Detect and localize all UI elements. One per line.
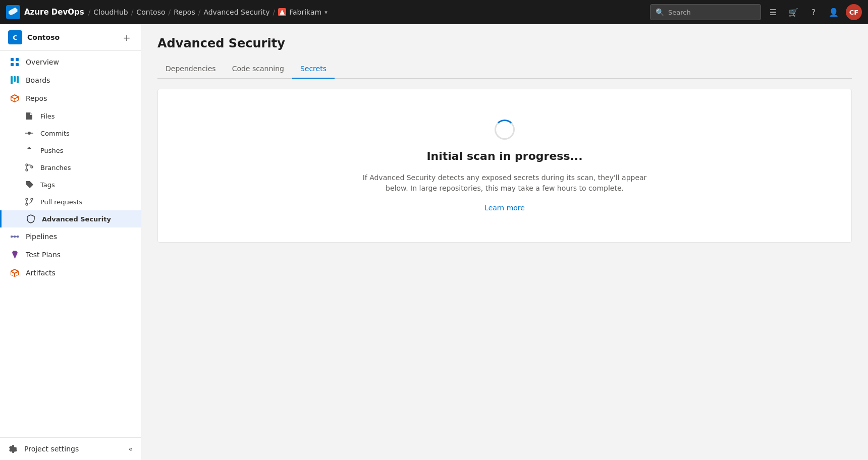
project-settings-label: Project settings <box>24 445 79 453</box>
svg-rect-17 <box>11 236 13 238</box>
svg-rect-7 <box>17 76 19 83</box>
svg-rect-18 <box>14 236 16 238</box>
sidebar-item-tags[interactable]: Tags <box>0 176 141 193</box>
sidebar-item-tags-label: Tags <box>40 181 55 189</box>
sidebar-bottom: Project settings « <box>0 437 141 460</box>
learn-more-link[interactable]: Learn more <box>484 204 525 212</box>
sidebar-item-overview-label: Overview <box>26 58 59 66</box>
scan-progress-container: Initial scan in progress... If Advanced … <box>353 120 656 212</box>
sidebar-item-artifacts-label: Artifacts <box>26 269 56 277</box>
breadcrumb-repo-item[interactable]: Fabrikam ▾ <box>278 8 328 16</box>
sidebar-item-branches[interactable]: Branches <box>0 159 141 176</box>
breadcrumb-cloudhub[interactable]: CloudHub <box>93 8 128 16</box>
svg-rect-4 <box>16 63 19 66</box>
sidebar-item-test-plans[interactable]: Test Plans <box>0 246 141 264</box>
files-icon <box>24 111 34 121</box>
breadcrumb-repos[interactable]: Repos <box>174 8 195 16</box>
svg-rect-19 <box>17 236 19 238</box>
search-placeholder: Search <box>668 9 691 16</box>
tabs-bar: Dependencies Code scanning Secrets <box>157 61 852 79</box>
sidebar-item-artifacts[interactable]: Artifacts <box>0 264 141 282</box>
breadcrumb-fabrikam[interactable]: Fabrikam <box>289 8 321 16</box>
sidebar-item-branches-label: Branches <box>40 164 71 171</box>
sidebar-item-pushes-label: Pushes <box>40 147 64 154</box>
breadcrumb-dropdown-icon: ▾ <box>324 9 328 16</box>
breadcrumb-advanced-security[interactable]: Advanced Security <box>203 8 269 16</box>
breadcrumb-contoso[interactable]: Contoso <box>136 8 165 16</box>
svg-point-14 <box>26 198 28 200</box>
search-icon: 🔍 <box>656 8 664 16</box>
advanced-security-icon <box>26 214 36 224</box>
tags-icon <box>24 180 34 190</box>
content-card: Initial scan in progress... If Advanced … <box>157 89 852 243</box>
breadcrumb: / CloudHub / Contoso / Repos / Advanced … <box>88 8 328 16</box>
nav-section: Overview Boards Repos F <box>0 51 141 284</box>
svg-rect-3 <box>11 63 14 66</box>
scan-title: Initial scan in progress... <box>426 150 582 162</box>
sidebar-item-repos[interactable]: Repos <box>0 89 141 107</box>
sidebar-item-boards-label: Boards <box>26 76 50 84</box>
svg-point-15 <box>26 203 28 205</box>
sidebar: C Contoso + Overview Boards <box>0 24 141 460</box>
svg-point-16 <box>31 198 33 200</box>
sidebar-item-overview[interactable]: Overview <box>0 53 141 71</box>
pull-requests-icon <box>24 197 34 207</box>
sidebar-item-advanced-security[interactable]: Advanced Security <box>0 210 141 227</box>
tab-code-scanning[interactable]: Code scanning <box>224 61 292 79</box>
brand-name: Azure DevOps <box>24 8 84 17</box>
azure-devops-logo <box>6 5 20 19</box>
user-icon: 👤 <box>829 8 839 17</box>
cart-icon: 🛒 <box>788 8 798 17</box>
sidebar-item-pull-requests-label: Pull requests <box>40 198 82 206</box>
org-avatar: C <box>8 30 22 44</box>
collapse-icon[interactable]: « <box>128 445 133 453</box>
org-header: C Contoso + <box>0 24 141 51</box>
topnav-right: 🔍 Search ☰ 🛒 ? 👤 CF <box>650 4 862 20</box>
repos-icon <box>10 93 20 103</box>
shopping-cart-btn[interactable]: 🛒 <box>785 4 801 20</box>
org-name: Contoso <box>27 33 116 41</box>
project-settings-link[interactable]: Project settings « <box>0 438 141 460</box>
sidebar-item-files-label: Files <box>40 112 55 120</box>
sidebar-item-pushes[interactable]: Pushes <box>0 142 141 159</box>
menu-icon-btn[interactable]: ☰ <box>765 4 781 20</box>
sidebar-item-test-plans-label: Test Plans <box>26 251 61 259</box>
commits-icon <box>24 128 34 138</box>
tab-dependencies[interactable]: Dependencies <box>157 61 224 79</box>
artifacts-icon <box>10 268 20 278</box>
main-content: Advanced Security Dependencies Code scan… <box>141 24 868 460</box>
sidebar-item-files[interactable]: Files <box>0 107 141 125</box>
sidebar-item-pipelines[interactable]: Pipelines <box>0 227 141 246</box>
svg-rect-1 <box>11 58 14 61</box>
overview-icon <box>10 57 20 67</box>
user-settings-btn[interactable]: 👤 <box>826 4 842 20</box>
svg-point-8 <box>28 132 31 135</box>
sidebar-item-boards[interactable]: Boards <box>0 71 141 89</box>
test-plans-icon <box>10 250 20 260</box>
help-icon: ? <box>811 8 816 17</box>
sidebar-item-pull-requests[interactable]: Pull requests <box>0 193 141 210</box>
sidebar-item-pipelines-label: Pipelines <box>26 233 57 241</box>
scan-description: If Advanced Security detects any exposed… <box>353 172 656 194</box>
sidebar-item-commits-label: Commits <box>40 130 70 137</box>
sidebar-item-commits[interactable]: Commits <box>0 125 141 142</box>
hamburger-icon: ☰ <box>770 8 777 17</box>
pipelines-icon <box>10 232 20 242</box>
page-title: Advanced Security <box>157 36 852 50</box>
svg-marker-0 <box>280 10 285 15</box>
loading-spinner <box>495 120 515 140</box>
search-box[interactable]: 🔍 Search <box>650 4 761 20</box>
top-navigation: Azure DevOps / CloudHub / Contoso / Repo… <box>0 0 868 24</box>
user-avatar[interactable]: CF <box>846 4 862 20</box>
svg-rect-6 <box>14 76 16 82</box>
boards-icon <box>10 75 20 85</box>
tab-secrets[interactable]: Secrets <box>292 61 335 79</box>
help-btn[interactable]: ? <box>805 4 822 20</box>
pushes-icon <box>24 145 34 155</box>
sidebar-item-advanced-security-label: Advanced Security <box>42 215 111 223</box>
svg-point-12 <box>26 169 28 171</box>
settings-icon <box>8 444 18 454</box>
repo-icon <box>278 8 286 16</box>
svg-rect-2 <box>16 58 19 61</box>
add-project-button[interactable]: + <box>121 31 133 43</box>
